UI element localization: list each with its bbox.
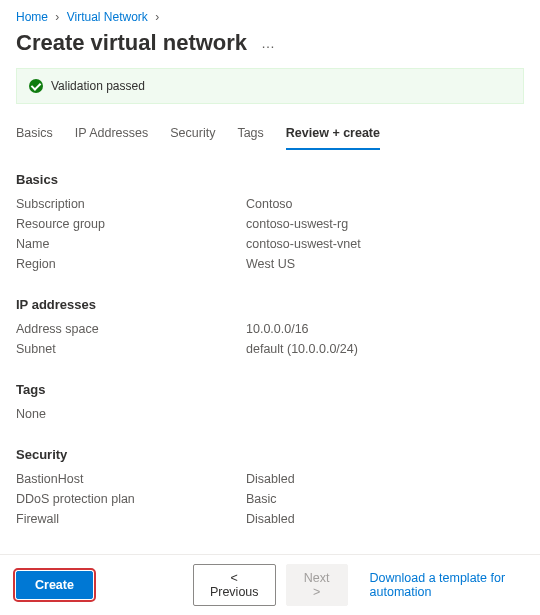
section-title-basics: Basics bbox=[16, 172, 524, 187]
section-title-ip: IP addresses bbox=[16, 297, 524, 312]
prop-value: 10.0.0.0/16 bbox=[246, 322, 309, 336]
tab-basics[interactable]: Basics bbox=[16, 118, 53, 150]
section-title-security: Security bbox=[16, 447, 524, 462]
tab-review-create[interactable]: Review + create bbox=[286, 118, 380, 150]
prop-row: Subnet default (10.0.0.0/24) bbox=[16, 342, 524, 356]
review-content: Basics Subscription Contoso Resource gro… bbox=[0, 172, 540, 572]
prop-label: Subnet bbox=[16, 342, 246, 356]
prop-label: Subscription bbox=[16, 197, 246, 211]
breadcrumb-home-link[interactable]: Home bbox=[16, 10, 48, 24]
chevron-right-icon: › bbox=[55, 10, 59, 24]
prop-label: BastionHost bbox=[16, 472, 246, 486]
prop-label: Name bbox=[16, 237, 246, 251]
breadcrumb: Home › Virtual Network › bbox=[0, 0, 540, 28]
prop-row: BastionHost Disabled bbox=[16, 472, 524, 486]
page-header: Create virtual network … bbox=[0, 28, 540, 68]
prop-row: Resource group contoso-uswest-rg bbox=[16, 217, 524, 231]
download-template-link[interactable]: Download a template for automation bbox=[370, 571, 524, 599]
prop-row: Address space 10.0.0.0/16 bbox=[16, 322, 524, 336]
validation-banner: Validation passed bbox=[16, 68, 524, 104]
section-security: Security BastionHost Disabled DDoS prote… bbox=[16, 447, 524, 526]
check-circle-icon bbox=[29, 79, 43, 93]
breadcrumb-virtual-network-link[interactable]: Virtual Network bbox=[67, 10, 148, 24]
prop-row: Firewall Disabled bbox=[16, 512, 524, 526]
section-basics: Basics Subscription Contoso Resource gro… bbox=[16, 172, 524, 271]
tab-list: Basics IP Addresses Security Tags Review… bbox=[0, 118, 540, 150]
section-tags: Tags None bbox=[16, 382, 524, 421]
prop-value: contoso-uswest-vnet bbox=[246, 237, 361, 251]
prop-value: Disabled bbox=[246, 512, 295, 526]
validation-message: Validation passed bbox=[51, 79, 145, 93]
prop-label: Firewall bbox=[16, 512, 246, 526]
prop-value: contoso-uswest-rg bbox=[246, 217, 348, 231]
prop-value: Contoso bbox=[246, 197, 293, 211]
prop-label: Resource group bbox=[16, 217, 246, 231]
prop-label: None bbox=[16, 407, 246, 421]
prop-value: Disabled bbox=[246, 472, 295, 486]
create-button[interactable]: Create bbox=[16, 571, 93, 599]
tab-tags[interactable]: Tags bbox=[237, 118, 263, 150]
wizard-footer: Create < Previous Next > Download a temp… bbox=[0, 554, 540, 615]
prop-label: DDoS protection plan bbox=[16, 492, 246, 506]
more-menu-icon[interactable]: … bbox=[261, 35, 276, 51]
prop-value: Basic bbox=[246, 492, 277, 506]
chevron-right-icon: › bbox=[155, 10, 159, 24]
page-title: Create virtual network bbox=[16, 30, 247, 56]
prop-label: Address space bbox=[16, 322, 246, 336]
prop-row: Region West US bbox=[16, 257, 524, 271]
prop-row: Subscription Contoso bbox=[16, 197, 524, 211]
tab-ip-addresses[interactable]: IP Addresses bbox=[75, 118, 148, 150]
prop-row: Name contoso-uswest-vnet bbox=[16, 237, 524, 251]
prop-row: None bbox=[16, 407, 524, 421]
section-title-tags: Tags bbox=[16, 382, 524, 397]
next-button: Next > bbox=[286, 564, 348, 606]
section-ip-addresses: IP addresses Address space 10.0.0.0/16 S… bbox=[16, 297, 524, 356]
tab-security[interactable]: Security bbox=[170, 118, 215, 150]
previous-button[interactable]: < Previous bbox=[193, 564, 276, 606]
prop-row: DDoS protection plan Basic bbox=[16, 492, 524, 506]
prop-label: Region bbox=[16, 257, 246, 271]
prop-value: West US bbox=[246, 257, 295, 271]
prop-value: default (10.0.0.0/24) bbox=[246, 342, 358, 356]
